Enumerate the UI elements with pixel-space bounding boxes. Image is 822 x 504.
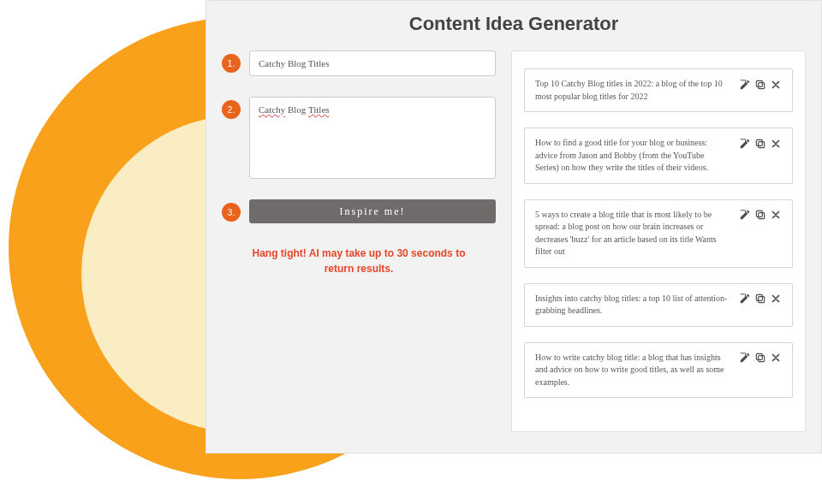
result-text: How to write catchy blog title: a blog t… (535, 352, 731, 389)
copy-icon[interactable] (754, 293, 766, 305)
copy-icon[interactable] (754, 137, 766, 150)
edit-icon[interactable] (738, 293, 751, 305)
inspire-button[interactable]: Inspire me! (249, 199, 496, 223)
result-text: Insights into catchy blog titles: a top … (535, 293, 731, 317)
copy-icon[interactable] (754, 78, 766, 91)
desc-word-1: Catchy (259, 104, 285, 115)
result-actions (738, 352, 782, 389)
result-card: 5 ways to create a blog title that is mo… (524, 199, 793, 268)
results-column: Top 10 Catchy Blog titles in 2022: a blo… (511, 50, 806, 432)
result-actions (738, 137, 782, 175)
row-submit: 3. Inspire me! (222, 199, 496, 223)
step-badge-2: 2. (222, 100, 241, 119)
close-icon[interactable] (769, 352, 782, 365)
copy-icon[interactable] (754, 352, 766, 365)
input-column: 1. 2. Catchy Blog Titles 3. Inspire me! … (222, 50, 496, 432)
close-icon[interactable] (769, 293, 782, 305)
result-actions (738, 209, 782, 258)
result-card: How to find a good title for your blog o… (524, 127, 793, 184)
edit-icon[interactable] (738, 78, 751, 91)
close-icon[interactable] (769, 137, 782, 150)
row-title: 1. (222, 50, 496, 76)
result-card: How to write catchy blog title: a blog t… (524, 342, 793, 399)
result-card: Insights into catchy blog titles: a top … (524, 283, 793, 327)
copy-icon[interactable] (754, 209, 766, 222)
result-actions (738, 78, 782, 103)
edit-icon[interactable] (738, 352, 751, 365)
loading-message: Hang tight! AI may take up to 30 seconds… (222, 246, 496, 276)
step-badge-1: 1. (222, 54, 241, 73)
close-icon[interactable] (769, 209, 782, 222)
result-text: Top 10 Catchy Blog titles in 2022: a blo… (535, 78, 731, 103)
edit-icon[interactable] (738, 209, 751, 222)
close-icon[interactable] (769, 78, 782, 91)
step-badge-3: 3. (222, 203, 241, 222)
description-textarea[interactable]: Catchy Blog Titles (249, 97, 496, 179)
result-text: How to find a good title for your blog o… (535, 137, 731, 175)
row-description: 2. Catchy Blog Titles (222, 97, 496, 179)
title-input[interactable] (249, 50, 496, 76)
page-title: Content Idea Generator (222, 13, 806, 35)
desc-word-3: Titles (308, 104, 330, 115)
result-text: 5 ways to create a blog title that is mo… (535, 209, 731, 258)
columns: 1. 2. Catchy Blog Titles 3. Inspire me! … (222, 50, 806, 432)
app-card: Content Idea Generator 1. 2. Catchy Blog… (206, 0, 822, 454)
desc-word-2: Blog (288, 104, 306, 115)
edit-icon[interactable] (738, 137, 751, 150)
result-actions (738, 293, 782, 317)
result-card: Top 10 Catchy Blog titles in 2022: a blo… (524, 68, 793, 112)
